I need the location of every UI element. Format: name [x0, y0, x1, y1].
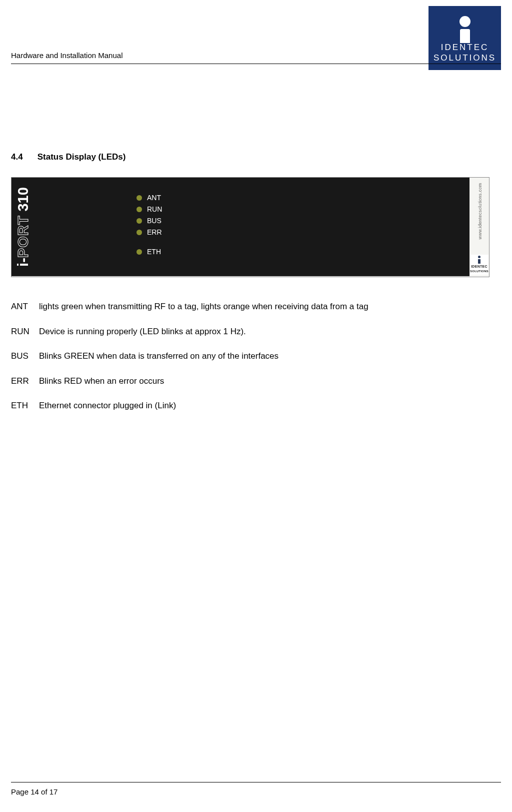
- definition-row: BUS Blinks GREEN when data is transferre…: [11, 350, 482, 363]
- led-item-err: ERR: [136, 228, 162, 236]
- led-label: ERR: [147, 228, 162, 236]
- mini-logo-dot-icon: [478, 256, 480, 258]
- led-dot-icon: [136, 207, 142, 212]
- led-label: RUN: [147, 205, 162, 213]
- device-panel-image: i-PORT 310 ANT RUN BUS ERR ETH: [11, 177, 490, 277]
- led-item-bus: BUS: [136, 217, 162, 225]
- document-title: Hardware and Installation Manual: [11, 51, 501, 63]
- section-title: Status Display (LEDs): [38, 152, 126, 162]
- definition-row: ERR Blinks RED when an error occurs: [11, 375, 482, 388]
- device-panel-face: i-PORT 310 ANT RUN BUS ERR ETH: [12, 178, 470, 276]
- device-mini-logo: IDENTEC SOLUTIONS: [470, 255, 488, 275]
- logo-stem-icon: [460, 29, 470, 43]
- definition-term: ANT: [11, 300, 39, 313]
- definition-description: Blinks RED when an error occurs: [39, 375, 164, 388]
- page-number: Page 14 of 17: [11, 787, 501, 796]
- mini-logo-stem-icon: [478, 259, 480, 264]
- definition-list: ANT lights green when transmitting RF to…: [11, 300, 482, 424]
- mini-logo-line-2: SOLUTIONS: [470, 270, 488, 273]
- header-divider: [11, 64, 501, 64]
- led-dot-icon: [136, 230, 142, 235]
- led-item-eth: ETH: [136, 248, 162, 256]
- section-number: 4.4: [11, 152, 35, 162]
- definition-term: ERR: [11, 375, 39, 388]
- footer-divider: [11, 782, 501, 782]
- device-brand-label: i-PORT 310: [15, 180, 32, 275]
- page-footer: Page 14 of 17: [11, 782, 501, 796]
- led-dot-icon: [136, 195, 142, 201]
- device-url-label: www.identecsolutions.com: [478, 175, 482, 248]
- definition-description: Device is running properly (LED blinks a…: [39, 325, 246, 338]
- definition-description: lights green when transmitting RF to a t…: [39, 300, 368, 313]
- definition-description: Ethernet connector plugged in (Link): [39, 399, 176, 412]
- device-panel-edge: www.identecsolutions.com IDENTEC SOLUTIO…: [470, 178, 489, 276]
- led-dot-icon: [136, 218, 142, 224]
- definition-row: RUN Device is running properly (LED blin…: [11, 325, 482, 338]
- led-item-ant: ANT: [136, 194, 162, 202]
- definition-term: BUS: [11, 350, 39, 363]
- led-label: ANT: [147, 194, 161, 202]
- led-list: ANT RUN BUS ERR ETH: [136, 194, 162, 256]
- definition-term: RUN: [11, 325, 39, 338]
- definition-row: ANT lights green when transmitting RF to…: [11, 300, 482, 313]
- definition-row: ETH Ethernet connector plugged in (Link): [11, 399, 482, 412]
- definition-term: ETH: [11, 399, 39, 412]
- page-header: Hardware and Installation Manual: [11, 51, 501, 64]
- definition-description: Blinks GREEN when data is transferred on…: [39, 350, 278, 363]
- led-label: ETH: [147, 248, 161, 256]
- led-item-run: RUN: [136, 205, 162, 213]
- mini-logo-line-1: IDENTEC: [470, 265, 488, 268]
- logo-dot-icon: [460, 16, 470, 27]
- section-heading: 4.4 Status Display (LEDs): [11, 152, 126, 162]
- led-dot-icon: [136, 249, 142, 255]
- led-label: BUS: [147, 217, 162, 225]
